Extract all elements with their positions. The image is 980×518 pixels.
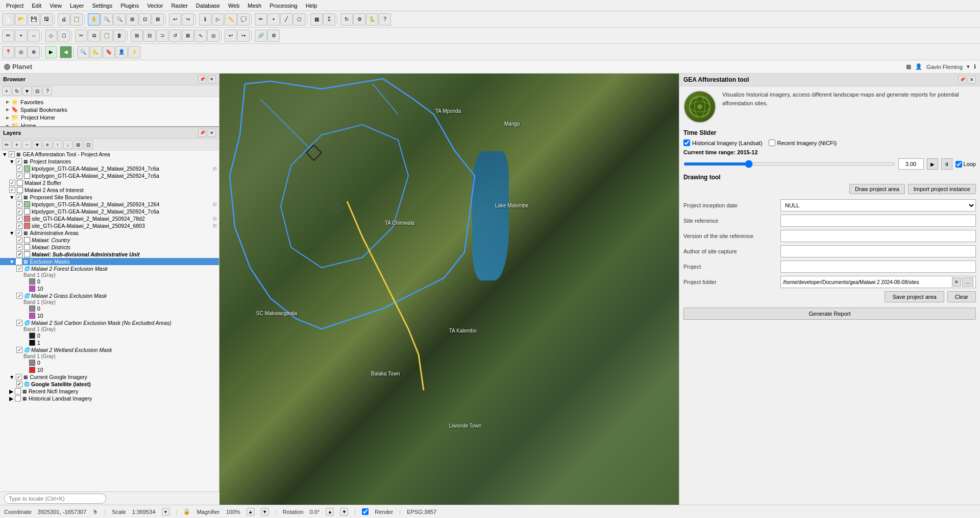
proposed-check[interactable] [16,194,22,200]
play-button[interactable]: ▶ [927,158,938,170]
print2-btn[interactable]: 📋 [70,13,83,26]
search-btn[interactable]: 🔍 [77,46,89,58]
browser-help-btn[interactable]: ? [43,86,52,96]
malawi-buffer-check[interactable] [9,180,15,186]
menu-plugins[interactable]: Plugins [116,2,143,10]
zoom-in-btn[interactable]: 🔍 [101,13,113,26]
layer-forest-mask[interactable]: 🌐 Malawi 2 Forest Exclusion Mask [14,265,219,272]
offset-btn[interactable]: ⊃ [156,30,168,42]
browser-add-btn[interactable]: + [2,86,11,96]
site-reference-input[interactable] [780,215,976,227]
browser-pin-btn[interactable]: 📌 [198,75,206,83]
layers-edit-btn[interactable]: ✏ [2,140,11,149]
gps-btn[interactable]: 📍 [2,46,14,58]
layers-up-btn[interactable]: ↑ [53,140,62,149]
pan-btn[interactable]: ✋ [88,13,100,26]
browser-home[interactable]: ▶ 📁 Home [4,122,215,127]
google-check[interactable] [16,374,22,380]
line-btn[interactable]: ╱ [280,13,292,26]
historical-checkbox-input[interactable] [683,139,690,146]
layer-gea-group[interactable]: ▼ ▦ GEA Afforestation Tool - Project Are… [0,151,219,158]
simplify-btn[interactable]: ∿ [194,30,207,42]
split-btn[interactable]: ⊟ [143,30,156,42]
browser-close-btn[interactable]: ✕ [208,75,216,83]
layer-site-6803[interactable]: site_GTI-GEA-Malawi_2_Malawi_250924_6803… [14,222,219,229]
map-area[interactable]: TA Mponda Mango Lake Malombe TA Chimwala… [219,74,679,505]
python-btn[interactable]: 🐍 [366,13,378,26]
poly-btn[interactable]: ⬡ [293,13,305,26]
menu-raster[interactable]: Raster [167,2,191,10]
gea-pin-btn[interactable]: 📌 [958,76,966,84]
layer-ktpoly-1[interactable]: ktpolygon_GTI-GEA-Malawi_2_Malawi_250924… [14,165,219,172]
gea-close-btn[interactable]: ✕ [968,76,976,84]
layer-wetland-mask[interactable]: 🌐 Malawi 2 Wetland Exclusion Mask [14,346,219,354]
locate-input[interactable] [4,493,106,504]
zoom-out-btn[interactable]: 🔍 [113,13,126,26]
grass-mask-check[interactable] [16,293,22,299]
landsat-check[interactable] [15,395,21,402]
admin-check[interactable] [16,230,22,236]
malawi-sub-admin-check[interactable] [16,251,22,257]
layer-ktpoly-7c6a-2[interactable]: ktpolygon_GTI-GEA-Malawi_2_Malawi_250924… [14,208,219,215]
wetland-mask-check[interactable] [16,347,22,353]
filter-btn[interactable]: ⚡ [128,46,140,58]
time-slider-input[interactable] [683,162,895,166]
settings-btn[interactable]: ⚙ [353,13,365,26]
delete-btn[interactable]: 🗑 [113,30,126,42]
ktpoly2-check[interactable] [16,173,22,179]
point-add-btn[interactable]: + [15,30,27,42]
dropdown-icon[interactable]: ▾ [967,63,970,70]
point-btn[interactable]: • [267,13,280,26]
merge-btn[interactable]: ⊞ [131,30,143,42]
clear-btn[interactable]: Clear [947,291,976,302]
menu-help[interactable]: Help [302,2,322,10]
ring-btn[interactable]: ◎ [207,30,219,42]
pause-button[interactable]: ⏸ [941,158,952,170]
layers-add-btn[interactable]: + [12,140,21,149]
layer-proposed-group[interactable]: ▼ ▦ Proposed Site Boundaries [0,194,219,201]
layer-malawi-districts[interactable]: Malawi: Districts [14,244,219,251]
layers-pin-btn[interactable]: 📌 [198,129,206,137]
draw-project-area-btn[interactable]: Draw project area [849,184,905,194]
menu-mesh[interactable]: Mesh [243,2,265,10]
site78d2-check[interactable] [16,216,22,222]
menu-edit[interactable]: Edit [28,2,45,10]
profile-btn[interactable]: 👤 [115,46,128,58]
undo-btn[interactable]: ↩ [169,13,181,26]
project-input[interactable] [780,261,976,273]
site6803-check[interactable] [16,223,22,229]
copy-btn[interactable]: ⧉ [88,30,100,42]
rotate-btn[interactable]: ↺ [169,30,181,42]
info-icon[interactable]: ℹ [974,63,976,70]
cut-btn[interactable]: ✂ [75,30,87,42]
render-checkbox[interactable] [362,508,369,515]
measure-btn[interactable]: 📏 [225,13,237,26]
rotation-up-btn[interactable]: ▲ [326,508,334,516]
menu-settings[interactable]: Settings [88,2,116,10]
zoom-layer-btn[interactable]: ⊠ [152,13,164,26]
layer-ktpoly-1264[interactable]: ktpolygon_GTI-GEA-Malawi_2_Malawi_250924… [14,201,219,208]
menu-database[interactable]: Database [192,2,224,10]
soil-mask-check[interactable] [16,320,22,326]
forest-mask-check[interactable] [16,266,22,272]
layer-soil-mask[interactable]: 🌐 Malawi 2 Soil Carbon Exclusion Mask (N… [14,319,219,326]
layer-exclusion-masks-group[interactable]: ▼ ▦ Exclusion Masks [0,258,219,265]
malawi-districts-check[interactable] [16,244,22,250]
version-input[interactable] [780,230,976,242]
layers-down-btn[interactable]: ↓ [63,140,72,149]
path-browse-btn[interactable]: … [962,277,973,287]
generate-report-btn[interactable]: Generate Report [683,308,976,320]
move-feature-btn[interactable]: ↔ [28,30,40,42]
layer-landsat-group[interactable]: ▶ ▦ Historical Landsat Imagery [0,395,219,402]
layer-ktpoly-2[interactable]: ktpolygon_GTI-GEA-Malawi_2_Malawi_250924… [14,172,219,179]
layers-expand-btn[interactable]: ⊡ [84,140,93,149]
zoom-selection-btn[interactable]: ⊡ [139,13,151,26]
historical-imagery-checkbox[interactable]: Historical Imagery (Landsat) [683,139,763,146]
undo2-btn[interactable]: ↩ [225,30,237,42]
save-project-area-btn[interactable]: Save project area [885,291,944,302]
browser-filter-btn[interactable]: ▼ [22,86,32,96]
green-left-btn[interactable]: ◀ [60,46,72,58]
layer-grass-mask[interactable]: 🌐 Malawi 2 Grass Exclusion Mask [14,292,219,299]
redo2-btn[interactable]: ↪ [237,30,250,42]
menu-processing[interactable]: Processing [265,2,301,10]
